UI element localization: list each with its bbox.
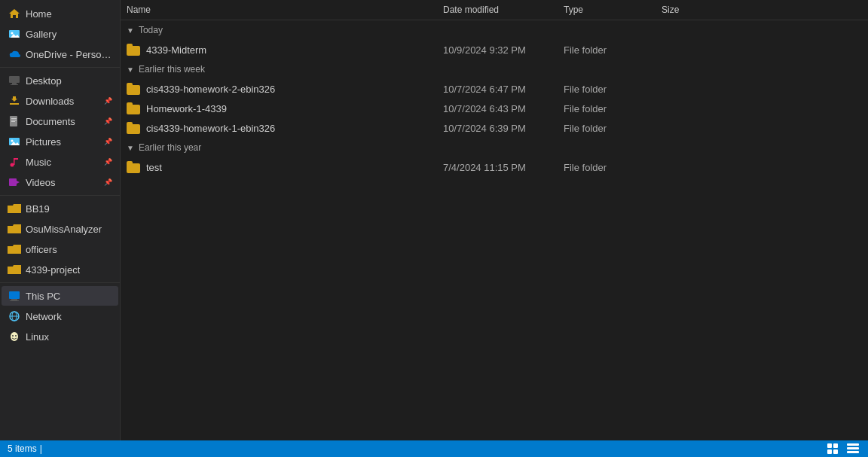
status-separator: | bbox=[40, 443, 42, 454]
file-size bbox=[656, 107, 731, 110]
svg-rect-4 bbox=[9, 76, 20, 83]
file-size bbox=[656, 87, 731, 90]
group-header-earlier-this-week[interactable]: ▼Earlier this week bbox=[121, 59, 868, 79]
group-label-earlier-this-week: Earlier this week bbox=[139, 64, 205, 75]
svg-rect-34 bbox=[847, 443, 859, 446]
file-row[interactable]: cis4339-homework-2-ebin32610/7/2024 6:47… bbox=[121, 79, 868, 99]
sidebar-item-bb19[interactable]: BB19 bbox=[2, 199, 118, 218]
sidebar-item-osumissanalyzer[interactable]: OsuMissAnalyzer bbox=[2, 219, 118, 239]
sidebar-item-pictures[interactable]: Pictures📌 bbox=[2, 132, 118, 151]
file-size bbox=[656, 126, 731, 129]
sidebar-item-network[interactable]: Network bbox=[2, 306, 118, 326]
sidebar-item-linux[interactable]: Linux bbox=[2, 327, 118, 346]
chevron-icon-today: ▼ bbox=[127, 26, 134, 35]
item-count: 5 items bbox=[8, 443, 37, 454]
column-header-type[interactable]: Type bbox=[558, 3, 656, 17]
svg-rect-5 bbox=[12, 83, 17, 84]
svg-rect-33 bbox=[833, 449, 838, 454]
svg-point-2 bbox=[11, 32, 14, 35]
sidebar-label-videos: Videos bbox=[26, 177, 56, 188]
file-name-cell: Homework-1-4339 bbox=[121, 101, 437, 116]
sidebar-item-officers[interactable]: officers bbox=[2, 239, 118, 259]
home-icon bbox=[8, 7, 21, 20]
list-view-icon[interactable] bbox=[845, 443, 860, 455]
status-left: 5 items | bbox=[8, 443, 42, 454]
videos-icon bbox=[8, 175, 21, 189]
svg-rect-21 bbox=[9, 291, 20, 299]
sidebar-item-music[interactable]: Music📌 bbox=[2, 152, 118, 172]
sidebar-item-thispc[interactable]: This PC bbox=[2, 286, 118, 306]
bb19-icon bbox=[8, 202, 21, 215]
folder-icon bbox=[127, 122, 142, 134]
svg-point-28 bbox=[12, 335, 14, 337]
file-type: File folder bbox=[558, 43, 656, 57]
folder-icon bbox=[127, 83, 142, 95]
svg-point-16 bbox=[11, 163, 14, 167]
file-row[interactable]: 4339-Midterm10/9/2024 9:32 PMFile folder bbox=[121, 40, 868, 59]
officers-icon bbox=[8, 242, 21, 256]
column-header-name[interactable]: Name bbox=[121, 3, 437, 17]
desktop-icon bbox=[8, 74, 21, 87]
sidebar-item-videos[interactable]: Videos📌 bbox=[2, 172, 118, 192]
svg-rect-23 bbox=[10, 300, 19, 301]
file-size bbox=[656, 48, 731, 51]
sidebar-item-home[interactable]: Home bbox=[2, 4, 118, 23]
svg-rect-36 bbox=[847, 451, 859, 453]
column-header-size[interactable]: Size bbox=[656, 3, 731, 17]
music-icon bbox=[8, 155, 21, 169]
network-icon bbox=[8, 309, 21, 323]
file-name-cell: cis4339-homework-2-ebin326 bbox=[121, 81, 437, 96]
svg-marker-8 bbox=[11, 96, 17, 102]
sidebar-label-gallery: Gallery bbox=[26, 29, 57, 40]
sidebar-label-4339-project: 4339-project bbox=[26, 264, 80, 276]
grid-view-icon[interactable] bbox=[826, 443, 841, 455]
thispc-icon bbox=[8, 289, 21, 303]
svg-rect-6 bbox=[11, 84, 18, 85]
file-name: test bbox=[146, 162, 162, 173]
downloads-icon bbox=[8, 94, 21, 108]
group-header-today[interactable]: ▼Today bbox=[121, 20, 868, 40]
sidebar-item-4339-project[interactable]: 4339-project bbox=[2, 260, 118, 279]
file-row[interactable]: cis4339-homework-1-ebin32610/7/2024 6:39… bbox=[121, 118, 868, 138]
svg-point-27 bbox=[11, 332, 18, 341]
file-type: File folder bbox=[558, 102, 656, 116]
sidebar: HomeGalleryOneDrive - PersonalDesktopDow… bbox=[0, 0, 121, 440]
svg-rect-32 bbox=[827, 449, 832, 454]
file-name-cell: test bbox=[121, 160, 437, 175]
svg-rect-10 bbox=[11, 118, 17, 119]
svg-rect-22 bbox=[11, 299, 17, 300]
svg-rect-31 bbox=[833, 443, 838, 448]
file-date: 10/9/2024 9:32 PM bbox=[437, 43, 558, 57]
sidebar-item-desktop[interactable]: Desktop bbox=[2, 71, 118, 90]
sidebar-item-gallery[interactable]: Gallery bbox=[2, 24, 118, 44]
column-header-date[interactable]: Date modified bbox=[437, 3, 558, 17]
sidebar-label-thispc: This PC bbox=[26, 291, 60, 302]
svg-rect-7 bbox=[10, 103, 19, 105]
sidebar-label-home: Home bbox=[26, 8, 52, 20]
folder-icon bbox=[127, 161, 142, 173]
sidebar-divider bbox=[0, 195, 120, 196]
file-row[interactable]: test7/4/2024 11:15 PMFile folder bbox=[121, 157, 868, 177]
gallery-icon bbox=[8, 27, 21, 41]
group-header-earlier-this-year[interactable]: ▼Earlier this year bbox=[121, 138, 868, 157]
file-date: 10/7/2024 6:43 PM bbox=[437, 102, 558, 116]
sidebar-label-music: Music bbox=[26, 157, 51, 168]
file-date: 7/4/2024 11:15 PM bbox=[437, 160, 558, 175]
content-area: Name Date modified Type Size ▼Today4339-… bbox=[121, 0, 868, 440]
file-row[interactable]: Homework-1-433910/7/2024 6:43 PMFile fol… bbox=[121, 99, 868, 118]
file-size bbox=[656, 166, 731, 169]
svg-rect-30 bbox=[827, 443, 832, 448]
documents-icon bbox=[8, 114, 21, 128]
sidebar-item-downloads[interactable]: Downloads📌 bbox=[2, 91, 118, 111]
file-name: cis4339-homework-2-ebin326 bbox=[146, 84, 275, 95]
svg-rect-12 bbox=[11, 121, 15, 122]
svg-point-29 bbox=[15, 335, 17, 337]
pin-icon-documents: 📌 bbox=[104, 117, 112, 125]
sidebar-item-documents[interactable]: Documents📌 bbox=[2, 111, 118, 131]
sidebar-item-onedrive[interactable]: OneDrive - Personal bbox=[2, 44, 118, 64]
folder-icon bbox=[127, 102, 142, 114]
file-name: 4339-Midterm bbox=[146, 44, 206, 56]
sidebar-label-desktop: Desktop bbox=[26, 75, 62, 87]
osumissanalyzer-icon bbox=[8, 222, 21, 236]
main-container: HomeGalleryOneDrive - PersonalDesktopDow… bbox=[0, 0, 868, 440]
